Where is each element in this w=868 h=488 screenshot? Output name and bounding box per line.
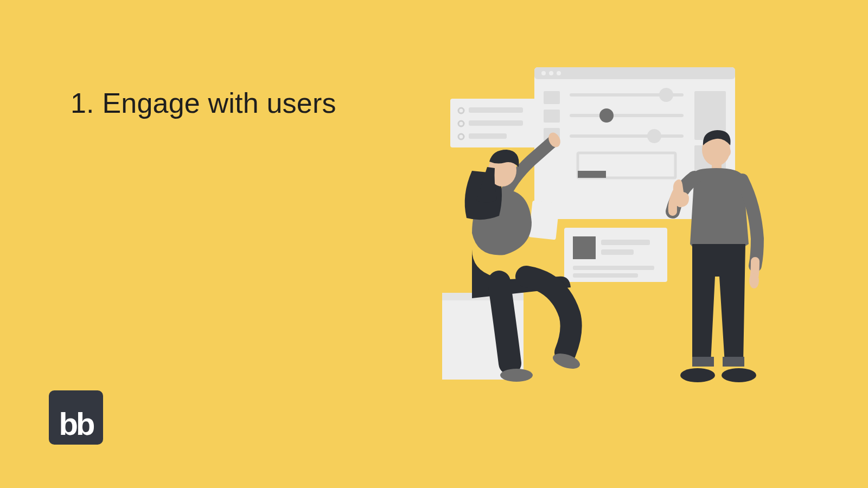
svg-point-4 bbox=[557, 71, 561, 75]
svg-point-2 bbox=[541, 71, 546, 75]
svg-point-40 bbox=[725, 147, 731, 156]
svg-rect-44 bbox=[723, 357, 744, 367]
svg-rect-27 bbox=[601, 240, 650, 245]
svg-rect-28 bbox=[601, 249, 634, 255]
svg-rect-24 bbox=[469, 133, 507, 139]
svg-rect-5 bbox=[544, 91, 560, 104]
brand-logo-text: bb bbox=[59, 410, 93, 437]
engage-users-illustration bbox=[391, 60, 792, 418]
svg-rect-35 bbox=[529, 201, 560, 240]
svg-rect-17 bbox=[578, 171, 606, 178]
svg-rect-22 bbox=[469, 120, 523, 126]
slide-heading: 1. Engage with users bbox=[71, 87, 336, 119]
brand-logo: bb bbox=[49, 390, 103, 445]
svg-point-46 bbox=[722, 368, 756, 382]
svg-rect-29 bbox=[573, 266, 654, 270]
svg-point-45 bbox=[680, 368, 715, 382]
svg-point-38 bbox=[500, 369, 533, 382]
svg-point-11 bbox=[659, 88, 673, 102]
svg-rect-26 bbox=[573, 236, 596, 259]
svg-rect-30 bbox=[573, 273, 638, 278]
svg-rect-6 bbox=[544, 110, 560, 123]
svg-rect-12 bbox=[570, 114, 684, 117]
svg-rect-43 bbox=[692, 357, 714, 367]
svg-rect-14 bbox=[570, 134, 684, 138]
svg-point-15 bbox=[647, 129, 661, 143]
svg-rect-20 bbox=[469, 107, 523, 113]
svg-rect-1 bbox=[534, 67, 735, 79]
svg-point-13 bbox=[599, 108, 614, 123]
svg-point-42 bbox=[749, 273, 759, 288]
svg-point-3 bbox=[549, 71, 553, 75]
